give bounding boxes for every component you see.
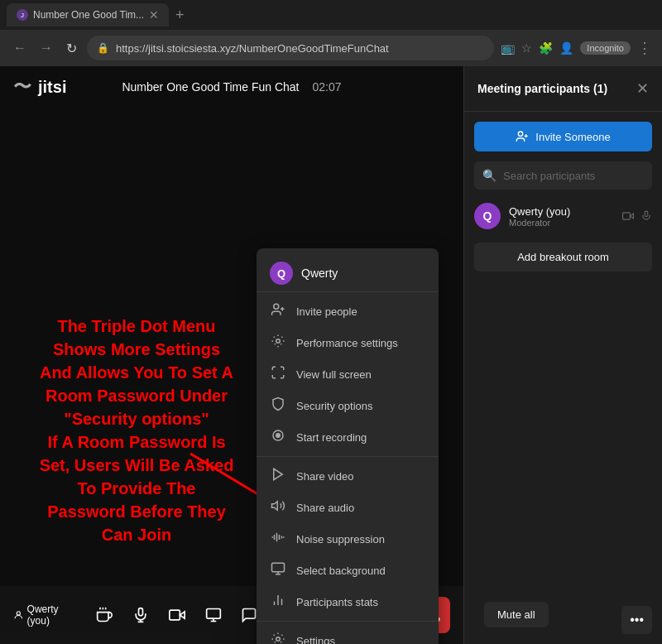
panel-header: Meeting participants (1) ✕ <box>464 66 662 112</box>
mute-all-btn[interactable]: Mute all <box>484 602 549 627</box>
add-breakout-room-btn[interactable]: Add breakout room <box>474 243 652 272</box>
participant-controls <box>622 210 652 222</box>
svg-point-46 <box>519 132 523 136</box>
panel-bottom: Mute all ••• <box>464 595 662 644</box>
jitsi-logo: 〜 jitsi <box>13 74 66 99</box>
separator-1 <box>257 456 439 457</box>
raise-hand-icon <box>96 607 113 623</box>
jitsi-header: 〜 jitsi Number One Good Time Fun Chat 02… <box>0 66 463 108</box>
fullscreen-label: View full screen <box>296 368 372 381</box>
right-panel: Meeting participants (1) ✕ Invite Someon… <box>463 66 662 644</box>
start-recording-label: Start recording <box>296 431 367 444</box>
meeting-time: 02:07 <box>312 80 341 94</box>
svg-rect-51 <box>645 211 648 216</box>
share-video-icon <box>270 467 286 485</box>
context-username: Qwerty <box>301 267 338 280</box>
svg-point-22 <box>276 637 281 642</box>
noise-suppression-item[interactable]: Noise suppression <box>257 523 439 555</box>
panel-more-btn[interactable]: ••• <box>621 606 652 634</box>
svg-point-5 <box>276 339 281 344</box>
nav-icons: 📺 ☆ 🧩 👤 Incognito ⋮ <box>501 39 652 57</box>
noise-suppression-label: Noise suppression <box>296 533 385 545</box>
nav-bar: ← → ↻ 🔒 https://jitsi.stoicsiesta.xyz/Nu… <box>0 30 662 66</box>
participants-stats-icon <box>270 593 286 611</box>
security-options-item[interactable]: Security options <box>257 390 439 421</box>
noise-suppression-icon <box>270 530 286 548</box>
browser-menu-btn[interactable]: ⋮ <box>637 39 652 57</box>
back-btn[interactable]: ← <box>10 37 30 59</box>
select-background-label: Select background <box>296 565 386 577</box>
svg-marker-36 <box>180 612 185 618</box>
select-background-item[interactable]: Select background <box>257 555 439 586</box>
participant-item: Q Qwerty (you) Moderator <box>464 196 662 236</box>
svg-marker-49 <box>630 214 633 219</box>
raise-hand-btn[interactable] <box>88 597 121 633</box>
url-text: https://jitsi.stoicsiesta.xyz/NumberOneG… <box>116 42 389 55</box>
profile-icon[interactable]: 👤 <box>559 41 573 55</box>
svg-rect-16 <box>272 563 285 572</box>
context-menu-header: Q Qwerty <box>257 255 439 292</box>
screenshare-icon <box>205 607 222 623</box>
select-background-icon <box>270 561 286 579</box>
active-tab[interactable]: J Number One Good Tim... ✕ <box>7 3 169 26</box>
new-tab-btn[interactable]: + <box>172 7 188 24</box>
tab-title: Number One Good Tim... <box>33 9 144 21</box>
url-bar[interactable]: 🔒 https://jitsi.stoicsiesta.xyz/NumberOn… <box>87 36 494 60</box>
camera-icon <box>169 607 185 623</box>
tab-close-btn[interactable]: ✕ <box>149 8 159 22</box>
mic-icon <box>132 607 149 623</box>
share-audio-item[interactable]: Share audio <box>257 492 439 523</box>
participant-avatar: Q <box>474 203 501 229</box>
extensions-icon[interactable]: 🧩 <box>539 41 553 55</box>
fullscreen-item[interactable]: View full screen <box>257 358 439 390</box>
performance-settings-item[interactable]: Performance settings <box>257 327 439 358</box>
share-video-label: Share video <box>296 470 353 483</box>
chat-icon <box>241 607 257 623</box>
video-area: 〜 jitsi Number One Good Time Fun Chat 02… <box>0 66 463 644</box>
panel-close-btn[interactable]: ✕ <box>636 79 649 98</box>
settings-label: Settings <box>296 635 335 645</box>
main-area: 〜 jitsi Number One Good Time Fun Chat 02… <box>0 66 662 644</box>
start-recording-item[interactable]: Start recording <box>257 421 439 453</box>
search-placeholder: Search participants <box>503 170 644 182</box>
participant-mic-icon <box>640 210 652 222</box>
cast-icon[interactable]: 📺 <box>501 41 515 55</box>
invite-btn-label: Invite Someone <box>535 131 610 143</box>
invite-icon <box>516 130 529 143</box>
search-bar[interactable]: 🔍 Search participants <box>474 161 652 190</box>
panel-title: Meeting participants (1) <box>477 82 607 95</box>
security-options-label: Security options <box>296 400 373 412</box>
participant-name: Qwerty (you) <box>509 205 614 218</box>
forward-btn[interactable]: → <box>36 37 56 59</box>
performance-settings-icon <box>270 334 286 352</box>
search-icon: 🔍 <box>482 169 496 182</box>
settings-item[interactable]: Settings <box>257 625 439 644</box>
meeting-title: Number One Good Time Fun Chat <box>122 80 299 94</box>
svg-point-7 <box>276 434 281 438</box>
performance-settings-label: Performance settings <box>296 337 398 349</box>
star-icon[interactable]: ☆ <box>521 41 532 55</box>
refresh-btn[interactable]: ↻ <box>63 37 80 60</box>
start-recording-icon <box>270 428 286 446</box>
context-avatar: Q <box>270 262 293 285</box>
share-audio-icon <box>270 498 286 517</box>
share-video-item[interactable]: Share video <box>257 460 439 492</box>
camera-btn[interactable] <box>161 597 194 633</box>
context-menu: Q Qwerty Invite people Performance setti… <box>257 248 439 644</box>
lock-icon: 🔒 <box>97 42 109 54</box>
svg-marker-9 <box>272 502 278 511</box>
security-options-icon <box>270 396 286 415</box>
participant-info: Qwerty (you) Moderator <box>509 205 614 228</box>
invite-people-item[interactable]: Invite people <box>257 296 439 327</box>
invite-someone-btn[interactable]: Invite Someone <box>474 122 652 151</box>
participants-stats-item[interactable]: Participants stats <box>257 586 439 618</box>
user-name-label: Qwerty (you) <box>13 603 78 627</box>
mic-btn[interactable] <box>124 597 157 633</box>
svg-rect-33 <box>138 608 142 616</box>
screenshare-btn[interactable] <box>197 597 230 633</box>
svg-point-29 <box>17 612 20 615</box>
tab-favicon: J <box>17 9 28 21</box>
participants-stats-label: Participants stats <box>296 596 378 608</box>
svg-rect-50 <box>623 213 631 219</box>
participant-role: Moderator <box>509 218 614 228</box>
